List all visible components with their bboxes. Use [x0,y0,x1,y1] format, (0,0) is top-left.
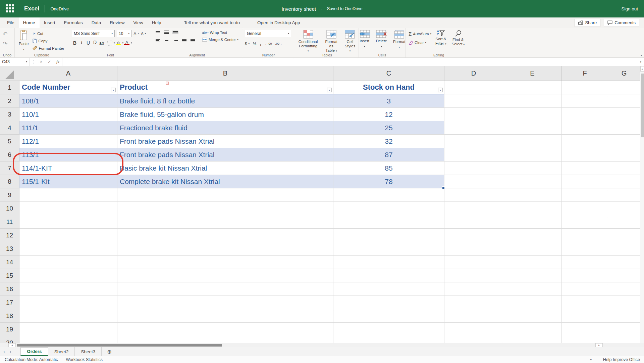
scroll-up-icon[interactable]: ▴ [640,66,644,72]
row-header-19[interactable]: 19 [0,323,19,336]
italic-button[interactable]: I [78,40,85,46]
cell-a17[interactable] [19,296,117,309]
cell-e11[interactable] [503,215,562,229]
increase-indent-button[interactable] [190,38,196,43]
cell-b8[interactable]: Complete brake kit Nissan Xtrial [117,175,333,188]
cell-b7[interactable]: Basic brake kit Nissan Xtrial [117,162,333,175]
scroll-left-icon[interactable]: ◂ [8,343,16,347]
cell-g11[interactable] [608,215,640,229]
cell-b12[interactable] [117,229,333,242]
paste-button[interactable]: Paste ▾ [17,30,30,52]
prev-sheet-icon[interactable]: ‹ [3,349,5,354]
cell-e7[interactable] [503,162,562,175]
cell-a20[interactable] [19,336,117,343]
fill-color-button[interactable]: ▾ [116,41,124,45]
cell-d2[interactable] [444,94,503,108]
cell-f6[interactable] [562,148,608,162]
cell-f15[interactable] [562,269,608,282]
menu-tab-help[interactable]: Help [148,17,166,28]
cell-d11[interactable] [444,215,503,229]
cell-e16[interactable] [503,282,562,296]
cell-c4[interactable]: 25 [333,121,444,135]
cell-b2[interactable]: Brake fluid, 8 fl oz bottle [117,94,333,108]
cell-f17[interactable] [562,296,608,309]
cell-d10[interactable] [444,202,503,215]
cell-g15[interactable] [608,269,640,282]
cell-d12[interactable] [444,229,503,242]
cell-c6[interactable]: 87 [333,148,444,162]
find-select-button[interactable]: Find & Select ▾ [450,30,466,52]
cell-c3[interactable]: 12 [333,108,444,121]
sort-filter-button[interactable]: AZ Sort & Filter ▾ [434,30,447,52]
horizontal-scrollbar[interactable]: ◂ ▸ [0,343,644,347]
row-header-18[interactable]: 18 [0,309,19,323]
cell-c14[interactable] [333,256,444,269]
column-header-c[interactable]: C [333,66,444,81]
cell-a7-highlighted[interactable]: 114/1-KIT [19,162,117,175]
row-header-6[interactable]: 6 [0,148,19,162]
row-header-1[interactable]: 1 [0,81,19,94]
cell-e13[interactable] [503,242,562,256]
cell-g4[interactable] [608,121,640,135]
row-header-10[interactable]: 10 [0,202,19,215]
cell-e12[interactable] [503,229,562,242]
vertical-scrollbar[interactable]: ▴ [640,66,644,343]
cell-b11[interactable] [117,215,333,229]
menu-tab-file[interactable]: File [3,17,19,28]
help-improve-office-link[interactable]: Help Improve Office [603,357,640,362]
cell-a3[interactable]: 110/1 [19,108,117,121]
cell-e6[interactable] [503,148,562,162]
cell-b10[interactable] [117,202,333,215]
row-header-13[interactable]: 13 [0,242,19,256]
cell-b4[interactable]: Fractioned brake fluid [117,121,333,135]
collapse-ribbon-icon[interactable]: ▴ [641,54,642,57]
wrap-text-button[interactable]: ab↩ Wrap Text [202,31,238,35]
cell-f1[interactable] [562,81,608,94]
format-painter-button[interactable]: Format Painter [33,46,64,50]
cell-a4[interactable]: 111/1 [19,121,117,135]
menu-tab-home[interactable]: Home [19,17,40,28]
menu-tab-formulas[interactable]: Formulas [60,17,87,28]
cell-f3[interactable] [562,108,608,121]
formula-input[interactable] [62,58,637,66]
cell-d6[interactable] [444,148,503,162]
row-header-16[interactable]: 16 [0,282,19,296]
conditional-formatting-button[interactable]: Conditional Formatting ▾ [297,30,319,52]
bottom-align-button[interactable] [172,31,178,34]
cell-d3[interactable] [444,108,503,121]
cell-c1[interactable]: Stock on Hand ▾ [333,81,444,94]
shrink-font-button[interactable]: A▾ [141,32,146,36]
align-center-button[interactable] [164,38,170,43]
decrease-decimal-button[interactable]: .00→ [275,42,282,45]
cell-g2[interactable] [608,94,640,108]
format-as-table-button[interactable]: Format as Table ▾ [324,30,338,52]
cancel-entry-button[interactable]: × [37,59,45,64]
cell-e4[interactable] [503,121,562,135]
delete-cells-button[interactable]: Delete ▾ [375,30,388,52]
format-cells-button[interactable]: Format ▾ [392,30,407,52]
cell-c8[interactable]: 78 [333,175,444,188]
column-header-f[interactable]: F [562,66,608,81]
row-header-8[interactable]: 8 [0,175,19,188]
filter-dropdown-icon[interactable]: ▾ [111,88,116,92]
vertical-scrollbar-thumb[interactable] [641,74,644,137]
tell-me-box[interactable]: Tell me what you want to do [179,17,244,28]
filter-dropdown-icon[interactable]: ▾ [327,88,332,92]
app-launcher-icon[interactable] [6,4,15,13]
menu-tab-insert[interactable]: Insert [40,17,60,28]
select-all-button[interactable] [0,66,19,81]
cell-c20[interactable] [333,336,444,343]
cell-c12[interactable] [333,229,444,242]
middle-align-button[interactable] [164,30,170,35]
cell-b9[interactable] [117,188,333,202]
cell-d8[interactable] [444,175,503,188]
cell-a10[interactable] [19,202,117,215]
workbook-statistics-button[interactable]: Workbook Statistics [66,357,103,362]
redo-button[interactable]: ↷ [3,40,7,47]
cell-e8[interactable] [503,175,562,188]
cell-f4[interactable] [562,121,608,135]
cell-g7[interactable] [608,162,640,175]
cell-b5[interactable]: Front brake pads Nissan Xtrial [117,135,333,148]
number-format-combobox[interactable]: General ▾ [245,30,291,37]
cell-b15[interactable] [117,269,333,282]
